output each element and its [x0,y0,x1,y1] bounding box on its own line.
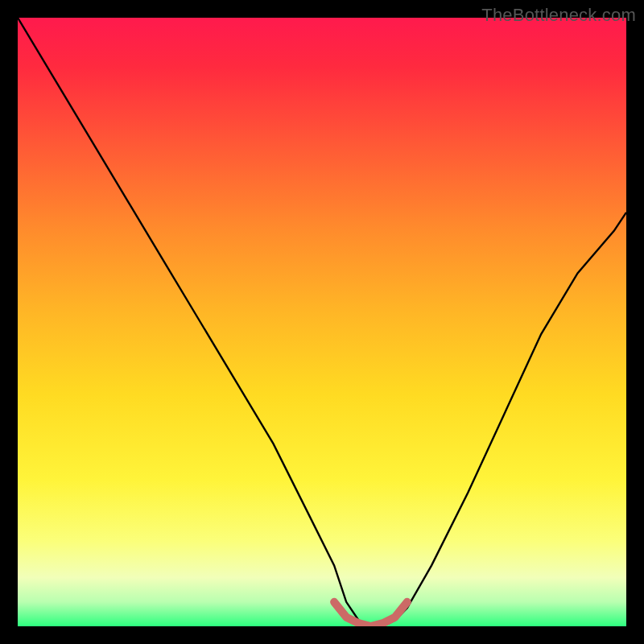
optimal-band [334,602,407,626]
curve-layer [18,18,626,626]
chart-frame: TheBottleneck.com [0,0,644,644]
plot-area [18,18,626,626]
bottleneck-curve [18,18,626,626]
watermark-text: TheBottleneck.com [481,5,636,26]
